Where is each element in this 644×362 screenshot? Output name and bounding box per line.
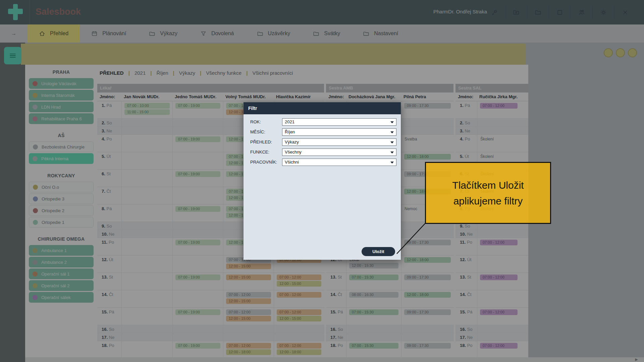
- chevron-down-icon: [390, 152, 394, 154]
- app-window: Salesbook PharmDr. Ondřej Straka → Přehl…: [0, 0, 644, 362]
- filter-select-mesic[interactable]: Říjen: [282, 128, 396, 136]
- filter-label-pracovnik: PRACOVNÍK:: [250, 160, 277, 165]
- filter-label-rok: ROK:: [250, 119, 261, 124]
- filter-select-rok[interactable]: 2021: [282, 118, 396, 126]
- chevron-down-icon: [390, 121, 394, 123]
- filter-select-funkce[interactable]: Všechny: [282, 148, 396, 156]
- filter-label-prehled: PŘEHLED:: [250, 139, 272, 144]
- filter-modal: Filtr ROK:2021MĚSÍC:ŘíjenPŘEHLED:VýkazyF…: [244, 102, 401, 260]
- tutorial-callout: Tlačítkem Uložit aplikujeme filtry: [425, 162, 551, 224]
- filter-value: Všechny: [285, 149, 302, 155]
- save-button[interactable]: Uložit: [362, 247, 395, 256]
- chevron-down-icon: [390, 141, 394, 143]
- chevron-down-icon: [390, 131, 394, 133]
- callout-line-2: aplikujeme filtry: [426, 193, 550, 209]
- filter-label-mesic: MĚSÍC:: [250, 129, 265, 134]
- filter-value: 2021: [285, 119, 294, 124]
- filter-value: Všichni: [285, 160, 299, 165]
- filter-value: Říjen: [285, 129, 295, 134]
- modal-title: Filtr: [244, 102, 401, 114]
- chevron-down-icon: [390, 162, 394, 164]
- filter-select-prehled[interactable]: Výkazy: [282, 138, 396, 146]
- filter-label-funkce: FUNKCE:: [250, 149, 269, 155]
- callout-line-1: Tlačítkem Uložit: [426, 177, 550, 193]
- filter-value: Výkazy: [285, 139, 299, 144]
- filter-select-pracovnik[interactable]: Všichni: [282, 159, 396, 166]
